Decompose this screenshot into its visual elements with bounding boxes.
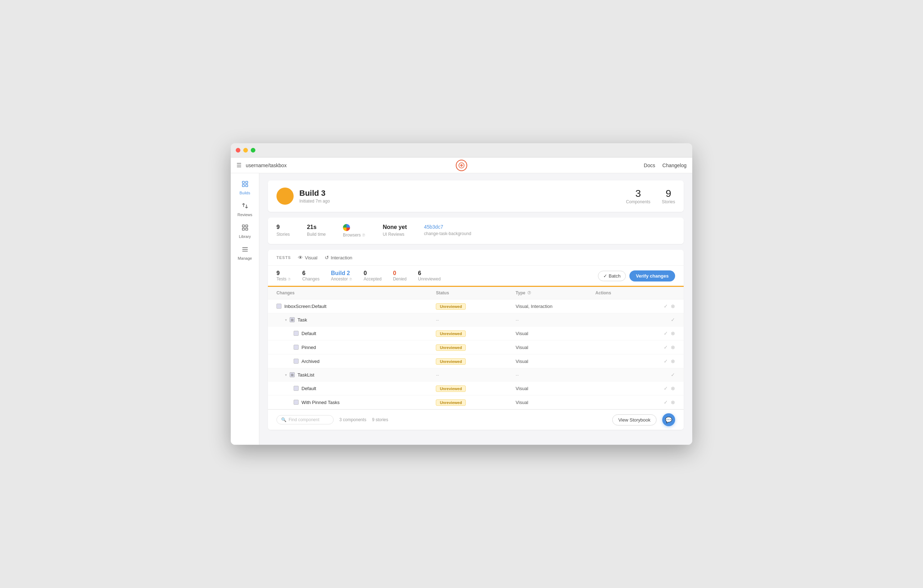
search-icon: 🔍: [281, 417, 286, 422]
menu-icon[interactable]: ☰: [236, 162, 241, 169]
row-name-text: Default: [302, 331, 316, 336]
info-browsers: Browsers ⑦: [343, 224, 365, 238]
row-type: Visual: [516, 400, 595, 405]
story-icon: [294, 345, 299, 350]
accept-icon[interactable]: ✓: [664, 330, 668, 336]
tests-actions: ✓ Batch Verify changes: [598, 270, 675, 281]
accept-icon[interactable]: ✓: [671, 317, 675, 323]
view-storybook-button[interactable]: View Storybook: [612, 414, 657, 425]
component-icon: ⊞: [290, 317, 295, 322]
row-name-text: Pinned: [302, 345, 316, 350]
accept-icon[interactable]: ✓: [671, 372, 675, 378]
accept-icon[interactable]: ✓: [664, 303, 668, 309]
col-status: Status: [436, 291, 516, 296]
stat-changes: 6 Changes: [302, 270, 319, 281]
build-subtitle: Initiated 7m ago: [299, 199, 330, 204]
collapse-icon[interactable]: ▾: [285, 318, 287, 322]
accept-icon[interactable]: ✓: [664, 358, 668, 364]
info-build-time: 21s Build time: [307, 224, 326, 238]
accept-icon[interactable]: ✓: [664, 386, 668, 391]
table-row: InboxScreen:Default Unreviewed Visual, I…: [268, 299, 684, 313]
accept-icon[interactable]: ✓: [664, 399, 668, 405]
table-header: Changes Status Type ⑦ Actions: [268, 287, 684, 299]
row-type: Visual: [516, 359, 595, 364]
row-type: Visual, Interaction: [516, 304, 595, 309]
table-row: Default Unreviewed Visual ✓ ⊗: [268, 327, 684, 340]
deny-icon[interactable]: ⊗: [671, 399, 675, 405]
reviews-label: Reviews: [238, 213, 253, 217]
row-type-dash: --: [516, 372, 595, 378]
docs-link[interactable]: Docs: [644, 163, 655, 168]
browser-chrome-icon: [343, 224, 350, 231]
top-nav-links: Docs Changelog: [644, 163, 687, 168]
verify-changes-button[interactable]: Verify changes: [629, 270, 675, 281]
stat-ancestor: Build 2 Ancestor ⑦: [331, 270, 352, 281]
commit-branch: change-task-background: [424, 231, 471, 236]
tests-help-icon: ⑦: [287, 277, 291, 281]
build-title: Build 3: [299, 189, 330, 198]
sidebar-item-reviews[interactable]: Reviews: [233, 199, 256, 220]
find-component-input[interactable]: 🔍 Find component: [276, 415, 333, 424]
tests-stats-row: 9 Tests ⑦ 6 Changes Build 2 Ancestor ⑦: [268, 266, 684, 287]
deny-icon[interactable]: ⊗: [671, 344, 675, 350]
table-row: ▾ ⊞ TaskList -- -- ✓: [268, 368, 684, 381]
sidebar-item-manage[interactable]: Manage: [233, 243, 256, 263]
collapse-icon[interactable]: ▾: [285, 373, 287, 377]
tab-interaction[interactable]: ↺ Interaction: [325, 255, 353, 260]
stat-tests-num: 9: [276, 270, 291, 276]
row-name-tasklist-pinned: With Pinned Tasks: [276, 400, 436, 405]
sidebar-item-library[interactable]: Library: [233, 221, 256, 241]
row-type: Visual: [516, 386, 595, 391]
components-label: Components: [626, 199, 650, 204]
svg-rect-4: [245, 185, 248, 187]
story-icon: [294, 386, 299, 391]
accept-icon[interactable]: ✓: [664, 344, 668, 350]
row-actions: ✓ ⊗: [595, 399, 675, 405]
status-badge-unreviewed: Unreviewed: [436, 386, 466, 392]
deny-icon[interactable]: ⊗: [671, 303, 675, 309]
batch-button[interactable]: ✓ Batch: [598, 271, 626, 281]
deny-icon[interactable]: ⊗: [671, 330, 675, 336]
footer-components-count: 3 components: [339, 417, 366, 422]
stories-stat: 9 Stories: [662, 188, 675, 204]
chat-icon: 💬: [665, 417, 672, 423]
deny-icon[interactable]: ⊗: [671, 386, 675, 391]
find-placeholder: Find component: [289, 417, 319, 422]
stat-accepted: 0 Accepted: [364, 270, 381, 281]
row-name-text: Default: [302, 386, 316, 391]
commit-hash-link[interactable]: 45b3dc7: [424, 224, 471, 230]
deny-icon[interactable]: ⊗: [671, 358, 675, 364]
tab-visual[interactable]: 👁 Visual: [298, 255, 317, 260]
col-actions: Actions: [595, 291, 675, 296]
row-status: Unreviewed: [436, 358, 516, 365]
stat-ancestor-value[interactable]: Build 2: [331, 270, 352, 276]
chromatic-logo: [456, 160, 467, 171]
row-actions: ✓ ⊗: [595, 303, 675, 309]
top-nav: ☰ username/taskbox Docs Changelog: [231, 158, 692, 173]
stat-accepted-label: Accepted: [364, 276, 381, 281]
library-icon: [241, 224, 249, 233]
row-actions: ✓ ⊗: [595, 344, 675, 350]
chat-button[interactable]: 💬: [662, 413, 675, 426]
browsers-help-icon: ⑦: [362, 233, 365, 237]
stat-denied: 0 Denied: [393, 270, 406, 281]
ancestor-help-icon: ⑦: [349, 277, 352, 281]
row-name-task-default: Default: [276, 331, 436, 336]
status-badge-unreviewed: Unreviewed: [436, 330, 466, 337]
changelog-link[interactable]: Changelog: [662, 163, 687, 168]
interaction-icon: ↺: [325, 255, 329, 260]
row-status: Unreviewed: [436, 303, 516, 309]
builds-icon: [241, 181, 249, 189]
tests-section-title: TESTS: [276, 255, 291, 260]
footer-stories-count: 9 stories: [372, 417, 388, 422]
col-changes: Changes: [276, 291, 436, 296]
story-icon: [276, 304, 281, 309]
info-ui-reviews-label: UI Reviews: [383, 232, 407, 237]
story-icon: [294, 400, 299, 405]
sidebar-item-builds[interactable]: Builds: [233, 177, 256, 198]
close-button[interactable]: [236, 148, 240, 153]
minimize-button[interactable]: [243, 148, 248, 153]
stat-unreviewed: 6 Unreviewed: [418, 270, 440, 281]
tests-header: TESTS 👁 Visual ↺ Interaction: [268, 250, 684, 266]
maximize-button[interactable]: [251, 148, 255, 153]
